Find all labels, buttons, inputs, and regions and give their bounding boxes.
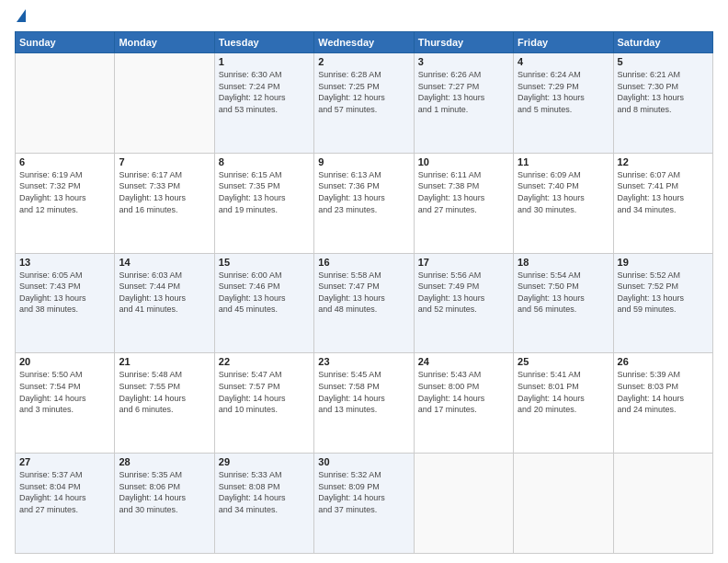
calendar-day-cell: 9Sunrise: 6:13 AM Sunset: 7:36 PM Daylig… bbox=[314, 153, 414, 253]
weekday-header-wednesday: Wednesday bbox=[314, 32, 414, 53]
calendar-week-row: 27Sunrise: 5:37 AM Sunset: 8:04 PM Dayli… bbox=[16, 454, 713, 554]
day-info: Sunrise: 5:37 AM Sunset: 8:04 PM Dayligh… bbox=[19, 469, 110, 515]
day-info: Sunrise: 5:32 AM Sunset: 8:09 PM Dayligh… bbox=[318, 469, 409, 515]
day-info: Sunrise: 5:48 AM Sunset: 7:55 PM Dayligh… bbox=[119, 369, 210, 415]
day-info: Sunrise: 6:30 AM Sunset: 7:24 PM Dayligh… bbox=[219, 69, 310, 115]
calendar-week-row: 1Sunrise: 6:30 AM Sunset: 7:24 PM Daylig… bbox=[16, 53, 713, 154]
calendar-day-cell: 15Sunrise: 6:00 AM Sunset: 7:46 PM Dayli… bbox=[214, 253, 313, 353]
day-info: Sunrise: 6:17 AM Sunset: 7:33 PM Dayligh… bbox=[119, 169, 210, 215]
day-info: Sunrise: 6:05 AM Sunset: 7:43 PM Dayligh… bbox=[19, 270, 110, 316]
day-info: Sunrise: 6:03 AM Sunset: 7:44 PM Dayligh… bbox=[119, 270, 210, 316]
calendar-day-cell bbox=[414, 454, 513, 554]
calendar-day-cell: 16Sunrise: 5:58 AM Sunset: 7:47 PM Dayli… bbox=[314, 253, 414, 353]
day-number: 25 bbox=[518, 356, 609, 367]
logo-triangle-icon bbox=[17, 9, 26, 22]
calendar-day-cell: 24Sunrise: 5:43 AM Sunset: 8:00 PM Dayli… bbox=[414, 353, 513, 454]
day-info: Sunrise: 6:24 AM Sunset: 7:29 PM Dayligh… bbox=[518, 69, 609, 115]
calendar-day-cell: 25Sunrise: 5:41 AM Sunset: 8:01 PM Dayli… bbox=[514, 353, 613, 454]
calendar-day-cell: 17Sunrise: 5:56 AM Sunset: 7:49 PM Dayli… bbox=[414, 253, 513, 353]
day-number: 5 bbox=[618, 56, 709, 67]
calendar-day-cell: 4Sunrise: 6:24 AM Sunset: 7:29 PM Daylig… bbox=[514, 53, 613, 154]
day-number: 9 bbox=[318, 156, 409, 167]
page: SundayMondayTuesdayWednesdayThursdayFrid… bbox=[0, 0, 728, 563]
day-info: Sunrise: 6:07 AM Sunset: 7:41 PM Dayligh… bbox=[618, 169, 709, 215]
calendar-day-cell: 5Sunrise: 6:21 AM Sunset: 7:30 PM Daylig… bbox=[613, 53, 712, 154]
day-number: 27 bbox=[19, 456, 110, 467]
day-number: 4 bbox=[518, 56, 609, 67]
day-info: Sunrise: 5:33 AM Sunset: 8:08 PM Dayligh… bbox=[219, 469, 310, 515]
day-info: Sunrise: 5:50 AM Sunset: 7:54 PM Dayligh… bbox=[19, 369, 110, 415]
day-info: Sunrise: 5:35 AM Sunset: 8:06 PM Dayligh… bbox=[119, 469, 210, 515]
day-number: 7 bbox=[119, 156, 210, 167]
calendar-day-cell bbox=[514, 454, 613, 554]
calendar-week-row: 6Sunrise: 6:19 AM Sunset: 7:32 PM Daylig… bbox=[16, 153, 713, 253]
weekday-header-sunday: Sunday bbox=[16, 32, 115, 53]
day-info: Sunrise: 6:00 AM Sunset: 7:46 PM Dayligh… bbox=[219, 270, 310, 316]
day-info: Sunrise: 5:45 AM Sunset: 7:58 PM Dayligh… bbox=[318, 369, 409, 415]
day-info: Sunrise: 6:21 AM Sunset: 7:30 PM Dayligh… bbox=[618, 69, 709, 115]
day-number: 10 bbox=[418, 156, 509, 167]
calendar-day-cell: 13Sunrise: 6:05 AM Sunset: 7:43 PM Dayli… bbox=[16, 253, 115, 353]
day-info: Sunrise: 6:15 AM Sunset: 7:35 PM Dayligh… bbox=[219, 169, 310, 215]
calendar-day-cell: 6Sunrise: 6:19 AM Sunset: 7:32 PM Daylig… bbox=[16, 153, 115, 253]
day-number: 1 bbox=[219, 56, 310, 67]
day-number: 29 bbox=[219, 456, 310, 467]
calendar-day-cell: 22Sunrise: 5:47 AM Sunset: 7:57 PM Dayli… bbox=[214, 353, 313, 454]
calendar-day-cell: 7Sunrise: 6:17 AM Sunset: 7:33 PM Daylig… bbox=[115, 153, 214, 253]
day-number: 6 bbox=[19, 156, 110, 167]
day-info: Sunrise: 6:26 AM Sunset: 7:27 PM Dayligh… bbox=[418, 69, 509, 115]
day-number: 24 bbox=[418, 356, 509, 367]
day-number: 2 bbox=[318, 56, 409, 67]
day-info: Sunrise: 6:11 AM Sunset: 7:38 PM Dayligh… bbox=[418, 169, 509, 215]
calendar-day-cell: 28Sunrise: 5:35 AM Sunset: 8:06 PM Dayli… bbox=[115, 454, 214, 554]
day-number: 15 bbox=[219, 257, 310, 268]
day-number: 8 bbox=[219, 156, 310, 167]
day-number: 19 bbox=[618, 257, 709, 268]
weekday-header-thursday: Thursday bbox=[414, 32, 513, 53]
day-info: Sunrise: 5:56 AM Sunset: 7:49 PM Dayligh… bbox=[418, 270, 509, 316]
calendar-day-cell: 20Sunrise: 5:50 AM Sunset: 7:54 PM Dayli… bbox=[16, 353, 115, 454]
day-info: Sunrise: 6:09 AM Sunset: 7:40 PM Dayligh… bbox=[518, 169, 609, 215]
day-number: 20 bbox=[19, 356, 110, 367]
day-number: 22 bbox=[219, 356, 310, 367]
weekday-header-saturday: Saturday bbox=[613, 32, 712, 53]
day-info: Sunrise: 6:19 AM Sunset: 7:32 PM Dayligh… bbox=[19, 169, 110, 215]
day-info: Sunrise: 6:13 AM Sunset: 7:36 PM Dayligh… bbox=[318, 169, 409, 215]
day-number: 13 bbox=[19, 257, 110, 268]
day-info: Sunrise: 6:28 AM Sunset: 7:25 PM Dayligh… bbox=[318, 69, 409, 115]
weekday-header-friday: Friday bbox=[514, 32, 613, 53]
calendar-day-cell: 8Sunrise: 6:15 AM Sunset: 7:35 PM Daylig… bbox=[214, 153, 313, 253]
logo bbox=[15, 11, 26, 24]
calendar-day-cell: 18Sunrise: 5:54 AM Sunset: 7:50 PM Dayli… bbox=[514, 253, 613, 353]
calendar-day-cell bbox=[613, 454, 712, 554]
day-info: Sunrise: 5:39 AM Sunset: 8:03 PM Dayligh… bbox=[618, 369, 709, 415]
calendar-day-cell: 26Sunrise: 5:39 AM Sunset: 8:03 PM Dayli… bbox=[613, 353, 712, 454]
calendar-week-row: 20Sunrise: 5:50 AM Sunset: 7:54 PM Dayli… bbox=[16, 353, 713, 454]
day-number: 3 bbox=[418, 56, 509, 67]
day-number: 11 bbox=[518, 156, 609, 167]
calendar-day-cell: 29Sunrise: 5:33 AM Sunset: 8:08 PM Dayli… bbox=[214, 454, 313, 554]
day-number: 21 bbox=[119, 356, 210, 367]
calendar-day-cell: 12Sunrise: 6:07 AM Sunset: 7:41 PM Dayli… bbox=[613, 153, 712, 253]
day-number: 30 bbox=[318, 456, 409, 467]
day-info: Sunrise: 5:54 AM Sunset: 7:50 PM Dayligh… bbox=[518, 270, 609, 316]
calendar-day-cell: 1Sunrise: 6:30 AM Sunset: 7:24 PM Daylig… bbox=[214, 53, 313, 154]
day-number: 18 bbox=[518, 257, 609, 268]
day-number: 12 bbox=[618, 156, 709, 167]
day-number: 28 bbox=[119, 456, 210, 467]
calendar-day-cell: 3Sunrise: 6:26 AM Sunset: 7:27 PM Daylig… bbox=[414, 53, 513, 154]
day-number: 23 bbox=[318, 356, 409, 367]
weekday-header-monday: Monday bbox=[115, 32, 214, 53]
calendar-day-cell: 21Sunrise: 5:48 AM Sunset: 7:55 PM Dayli… bbox=[115, 353, 214, 454]
calendar-day-cell: 30Sunrise: 5:32 AM Sunset: 8:09 PM Dayli… bbox=[314, 454, 414, 554]
calendar-day-cell: 2Sunrise: 6:28 AM Sunset: 7:25 PM Daylig… bbox=[314, 53, 414, 154]
day-number: 14 bbox=[119, 257, 210, 268]
day-info: Sunrise: 5:52 AM Sunset: 7:52 PM Dayligh… bbox=[618, 270, 709, 316]
day-info: Sunrise: 5:47 AM Sunset: 7:57 PM Dayligh… bbox=[219, 369, 310, 415]
day-info: Sunrise: 5:58 AM Sunset: 7:47 PM Dayligh… bbox=[318, 270, 409, 316]
day-number: 26 bbox=[618, 356, 709, 367]
day-info: Sunrise: 5:41 AM Sunset: 8:01 PM Dayligh… bbox=[518, 369, 609, 415]
calendar-day-cell: 19Sunrise: 5:52 AM Sunset: 7:52 PM Dayli… bbox=[613, 253, 712, 353]
calendar-day-cell bbox=[115, 53, 214, 154]
weekday-header-row: SundayMondayTuesdayWednesdayThursdayFrid… bbox=[16, 32, 713, 53]
